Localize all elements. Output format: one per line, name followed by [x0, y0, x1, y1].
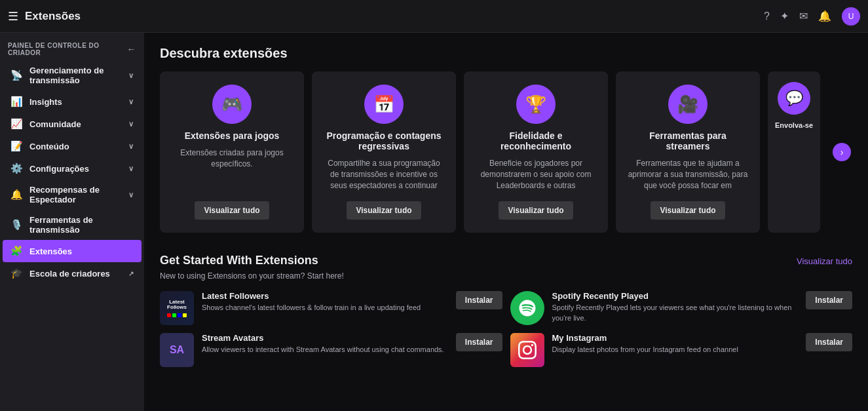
extension-name: Spotify Recently Played	[552, 291, 799, 301]
external-link-icon: ↗	[128, 270, 134, 277]
category-card-title: Programação e contagens regressivas	[322, 130, 445, 151]
spotify-logo-icon	[518, 298, 537, 318]
sidebar-item-rewards[interactable]: 🔔 Recompensas de Espectador ∨	[3, 180, 142, 210]
extension-name: Latest Followers	[202, 291, 448, 301]
streamer-tools-category-icon: 🎥	[668, 85, 708, 124]
extension-row: SA Stream Avatars Allow viewers to inter…	[160, 333, 502, 367]
extension-item-stream-avatars: SA Stream Avatars Allow viewers to inter…	[160, 333, 502, 367]
main-content: Descubra extensões 🎮 Extensões para jogo…	[144, 33, 868, 411]
extension-item-instagram: My Instagram Display latest photos from …	[510, 333, 853, 367]
get-started-view-all-link[interactable]: Visualizar tudo	[797, 256, 852, 266]
view-all-schedule-button[interactable]: Visualizar tudo	[347, 201, 421, 220]
install-spotify-button[interactable]: Instalar	[806, 291, 852, 309]
content-icon: 📝	[10, 140, 23, 152]
chevron-down-icon: ∨	[128, 71, 134, 80]
layout: PAINEL DE CONTROLE DO CRIADOR ← 📡 Gerenc…	[0, 33, 868, 411]
sidebar-item-settings[interactable]: ⚙️ Configurações ∨	[3, 157, 142, 180]
stream-avatars-label: SA	[170, 344, 184, 356]
topbar-left: ☰ Extensões	[8, 9, 81, 24]
install-latest-followers-button[interactable]: Instalar	[456, 291, 502, 309]
category-cards: 🎮 Extensões para jogos Extensões criadas…	[160, 71, 852, 233]
view-all-games-button[interactable]: Visualizar tudo	[195, 201, 269, 220]
category-card-title: Extensões para jogos	[185, 130, 280, 141]
extension-name: My Instagram	[552, 333, 799, 343]
sidebar-item-insights[interactable]: 📊 Insights ∨	[3, 90, 142, 113]
view-all-loyalty-button[interactable]: Visualizar tudo	[499, 201, 573, 220]
extension-desc: Display latest photos from your Instagra…	[552, 345, 799, 355]
sidebar-item-tools[interactable]: 🎙️ Ferramentas de transmissão	[3, 210, 142, 240]
chevron-down-icon: ∨	[128, 142, 134, 151]
install-instagram-button[interactable]: Instalar	[806, 333, 852, 351]
engage-category-icon: 💬	[778, 82, 810, 115]
discover-title: Descubra extensões	[160, 46, 852, 61]
extension-item-spotify: Spotify Recently Played Spotify Recently…	[510, 291, 853, 325]
get-started-header: Get Started With Extensions Visualizar t…	[160, 254, 852, 267]
rewards-icon: 🔔	[10, 189, 23, 201]
extension-thumb-stream-avatars: SA	[160, 333, 194, 367]
sidebar-item-creator-school[interactable]: 🎓 Escola de criadores ↗	[3, 262, 142, 284]
extension-info-instagram: My Instagram Display latest photos from …	[552, 333, 799, 355]
community-icon: 📈	[10, 118, 23, 130]
sidebar-item-label: Conteúdo	[29, 142, 69, 151]
category-card-engage: 💬 Envolva-se	[768, 71, 820, 233]
sidebar-item-label: Gerenciamento de transmissão	[29, 66, 122, 85]
star-icon[interactable]: ✦	[780, 10, 789, 22]
sidebar-item-label: Recompensas de Espectador	[29, 185, 122, 205]
sidebar-collapse-icon[interactable]: ←	[127, 44, 137, 54]
thumb-content: LatestFollows	[160, 291, 194, 325]
notification-icon[interactable]: 🔔	[818, 10, 831, 22]
instagram-logo-icon	[518, 341, 537, 359]
install-stream-avatars-button[interactable]: Instalar	[456, 333, 502, 351]
get-started-title: Get Started With Extensions	[160, 254, 318, 267]
games-category-icon: 🎮	[212, 85, 252, 124]
extension-info-stream-avatars: Stream Avatars Allow viewers to interact…	[202, 333, 448, 355]
scroll-right-button[interactable]: ›	[833, 143, 851, 161]
help-icon[interactable]: ?	[764, 10, 770, 22]
avatar[interactable]: U	[842, 7, 860, 26]
sidebar-item-community[interactable]: 📈 Comunidade ∨	[3, 113, 142, 135]
category-card-streamer-tools: 🎥 Ferramentas para streamers Ferramentas…	[616, 71, 760, 233]
sidebar-item-label: Comunidade	[29, 119, 81, 129]
category-card-loyalty: 🏆 Fidelidade e reconhecimento Beneficie …	[464, 71, 608, 233]
category-card-desc: Extensões criadas para jogos específicos…	[170, 147, 293, 191]
category-card-desc: Compartilhe a sua programação de transmi…	[322, 158, 445, 191]
topbar-title: Extensões	[25, 10, 81, 23]
sidebar-item-label: Extensões	[29, 246, 72, 256]
extension-name: Stream Avatars	[202, 333, 448, 343]
extension-thumb-latest-followers: LatestFollows	[160, 291, 194, 325]
category-card-games: 🎮 Extensões para jogos Extensões criadas…	[160, 71, 304, 233]
topbar-right: ? ✦ ✉ 🔔 U	[764, 7, 860, 26]
category-card-desc: Beneficie os jogadores por demonstrarem …	[474, 158, 597, 191]
view-all-tools-button[interactable]: Visualizar tudo	[651, 201, 725, 220]
sidebar-item-label: Configurações	[29, 164, 89, 174]
mail-icon[interactable]: ✉	[799, 10, 808, 22]
extension-row: LatestFollows Latest Followers Shows cha…	[160, 291, 502, 325]
category-card-desc: Ferramentas que te ajudam a aprimorar a …	[626, 158, 749, 191]
chevron-down-icon: ∨	[128, 165, 134, 173]
tools-icon: 🎙️	[10, 219, 23, 231]
extension-desc: Shows channel's latest followers & follo…	[202, 303, 448, 313]
sidebar-item-label: Escola de criadores	[29, 269, 110, 279]
hamburger-icon[interactable]: ☰	[8, 9, 18, 24]
sidebar-section-text: PAINEL DE CONTROLE DO CRIADOR	[8, 42, 127, 56]
extension-row: My Instagram Display latest photos from …	[510, 333, 853, 367]
topbar: ☰ Extensões ? ✦ ✉ 🔔 U	[0, 0, 868, 33]
stream-management-icon: 📡	[10, 69, 23, 81]
sidebar-item-label: Ferramentas de transmissão	[29, 215, 134, 235]
chevron-down-icon: ∨	[128, 191, 134, 199]
extension-row: Spotify Recently Played Spotify Recently…	[510, 291, 853, 325]
sidebar-item-extensions[interactable]: 🧩 Extensões	[3, 240, 142, 262]
extension-desc: Spotify Recently Played lets your viewer…	[552, 303, 799, 323]
category-card-title: Ferramentas para streamers	[626, 130, 749, 151]
get-started-subtitle: New to using Extensions on your stream? …	[160, 271, 852, 281]
extensions-icon: 🧩	[10, 245, 23, 257]
sidebar-item-content[interactable]: 📝 Conteúdo ∨	[3, 135, 142, 157]
sidebar-section-label: PAINEL DE CONTROLE DO CRIADOR ←	[0, 33, 144, 60]
category-card-title: Fidelidade e reconhecimento	[474, 130, 597, 151]
extension-grid: LatestFollows Latest Followers Shows cha…	[160, 291, 852, 367]
sidebar-item-stream-management[interactable]: 📡 Gerenciamento de transmissão ∨	[3, 60, 142, 90]
category-card-schedule: 📅 Programação e contagens regressivas Co…	[312, 71, 456, 233]
extension-info-latest-followers: Latest Followers Shows channel's latest …	[202, 291, 448, 313]
creator-school-icon: 🎓	[10, 267, 23, 279]
extension-thumb-instagram	[510, 333, 544, 367]
